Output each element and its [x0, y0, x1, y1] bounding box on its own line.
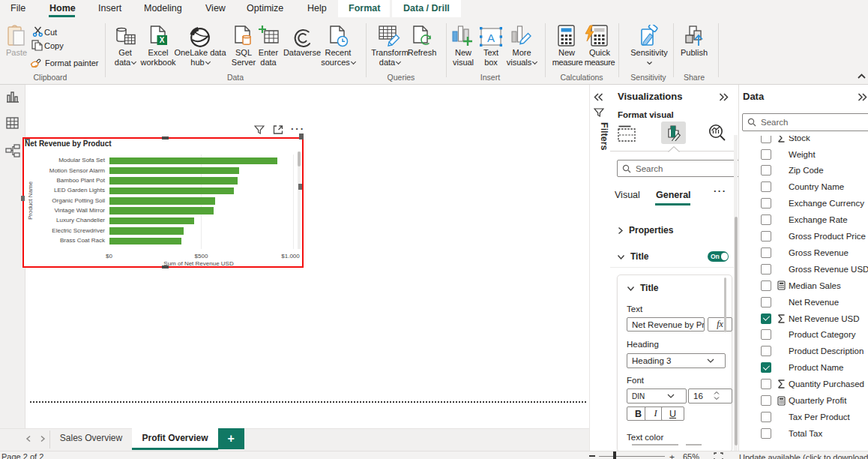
svg-text:X: X [160, 36, 165, 44]
svg-text:A: A [487, 32, 495, 44]
